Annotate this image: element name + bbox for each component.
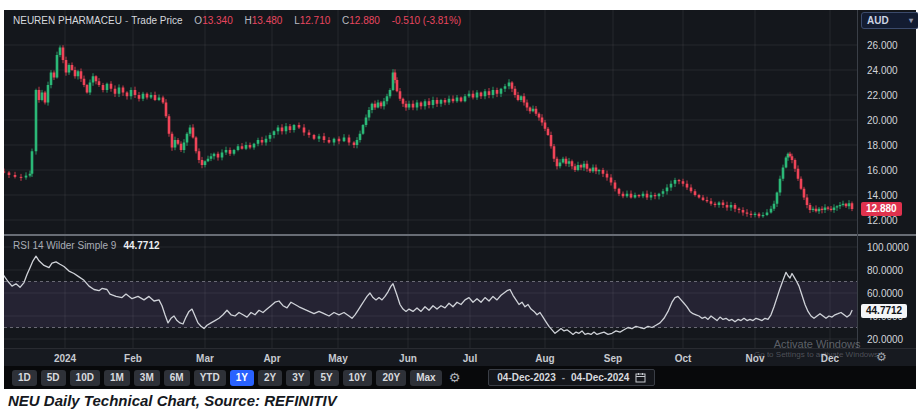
price-axis-label: 16.000 xyxy=(867,165,898,176)
rsi-label: RSI 14 Wilder Simple 9 xyxy=(13,240,116,251)
month-label-jun: Jun xyxy=(399,353,417,364)
x-axis: 2024FebMarAprMayJunJulAugSepOctNovDec xyxy=(4,348,916,367)
chevron-down-icon: ▾ xyxy=(909,16,913,25)
price-axis-label: 26.000 xyxy=(867,40,898,51)
currency-value: AUD xyxy=(867,15,889,26)
range-button-2y[interactable]: 2Y xyxy=(258,370,282,386)
rsi-line-chart xyxy=(4,236,857,348)
rsi-chart-plot[interactable]: RSI 14 Wilder Simple 944.7712 xyxy=(4,236,857,348)
open-value: 13.340 xyxy=(202,15,233,26)
rsi-axis-label: 80.0000 xyxy=(867,265,903,276)
symbol-name: NEUREN PHARMACEU xyxy=(13,15,122,26)
range-button-6m[interactable]: 6M xyxy=(164,370,190,386)
chart-widget: NEUREN PHARMACEU-Trade Price O13.340 H13… xyxy=(4,10,916,389)
range-button-3m[interactable]: 3M xyxy=(134,370,160,386)
price-axis-label: 18.000 xyxy=(867,140,898,151)
range-button-3y[interactable]: 3Y xyxy=(286,370,310,386)
range-button-max[interactable]: Max xyxy=(410,370,441,386)
high-label: H xyxy=(245,15,252,26)
rsi-current-value: 44.7712 xyxy=(123,240,159,251)
date-from: 04-Dec-2023 xyxy=(497,372,555,383)
month-label-oct: Oct xyxy=(675,353,692,364)
rsi-axis-label: 100.0000 xyxy=(867,242,909,253)
range-button-ytd[interactable]: YTD xyxy=(194,370,226,386)
candlestick-chart xyxy=(4,10,857,234)
low-value: 12.710 xyxy=(300,15,331,26)
date-separator: - xyxy=(562,372,565,383)
price-chart-plot[interactable]: NEUREN PHARMACEU-Trade Price O13.340 H13… xyxy=(4,10,857,234)
range-button-1d[interactable]: 1D xyxy=(12,370,37,386)
close-value: 12.880 xyxy=(349,15,380,26)
price-legend: NEUREN PHARMACEU-Trade Price O13.340 H13… xyxy=(13,15,461,26)
range-button-20y[interactable]: 20Y xyxy=(376,370,406,386)
range-button-1m[interactable]: 1M xyxy=(104,370,130,386)
rsi-axis-label: 20.0000 xyxy=(867,334,903,345)
bottom-toolbar: 1D5D10D1M3M6MYTD1Y2Y3Y5Y10Y20YMax⚙04-Dec… xyxy=(4,366,916,389)
month-label-mar: Mar xyxy=(196,353,214,364)
price-axis-label: 24.000 xyxy=(867,65,898,76)
legend-separator: - xyxy=(122,15,131,26)
axis-settings-gear-icon[interactable]: ⚙ xyxy=(876,350,887,364)
range-button-10y[interactable]: 10Y xyxy=(343,370,373,386)
month-label-dec: Dec xyxy=(821,353,839,364)
price-axis-label: 22.000 xyxy=(867,90,898,101)
month-label-jul: Jul xyxy=(463,353,477,364)
date-to: 04-Dec-2024 xyxy=(571,372,629,383)
price-axis-label: 14.000 xyxy=(867,190,898,201)
price-axis-column[interactable]: AUD ▾ 12.880 44.7712 26.00024.00022.0002… xyxy=(857,10,917,348)
currency-selector[interactable]: AUD ▾ xyxy=(861,12,918,29)
month-label-2024: 2024 xyxy=(54,353,76,364)
range-button-5d[interactable]: 5D xyxy=(41,370,66,386)
change-value: -0.510 (-3.81%) xyxy=(392,15,461,26)
series-label: Trade Price xyxy=(131,15,182,26)
month-label-aug: Aug xyxy=(535,353,554,364)
price-axis-label: 20.000 xyxy=(867,115,898,126)
rsi-value-badge: 44.7712 xyxy=(861,304,907,318)
rsi-axis-label: 60.0000 xyxy=(867,288,903,299)
rsi-legend: RSI 14 Wilder Simple 944.7712 xyxy=(13,240,160,251)
range-button-10d[interactable]: 10D xyxy=(70,370,100,386)
month-label-apr: Apr xyxy=(263,353,280,364)
last-price-badge: 12.880 xyxy=(861,202,902,216)
month-label-feb: Feb xyxy=(124,353,142,364)
chart-caption: NEU Daily Technical Chart, Source: REFIN… xyxy=(8,392,337,409)
calendar-icon xyxy=(635,372,646,383)
open-label: O xyxy=(194,15,202,26)
month-label-nov: Nov xyxy=(746,353,765,364)
month-label-may: May xyxy=(328,353,347,364)
high-value: 13.480 xyxy=(252,15,283,26)
date-range-picker[interactable]: 04-Dec-2023-04-Dec-2024 xyxy=(488,369,655,386)
toolbar-gear-icon[interactable]: ⚙ xyxy=(449,371,461,385)
month-label-sep: Sep xyxy=(604,353,622,364)
range-button-1y[interactable]: 1Y xyxy=(230,370,254,386)
price-axis-label: 12.000 xyxy=(867,215,898,226)
range-button-5y[interactable]: 5Y xyxy=(314,370,338,386)
